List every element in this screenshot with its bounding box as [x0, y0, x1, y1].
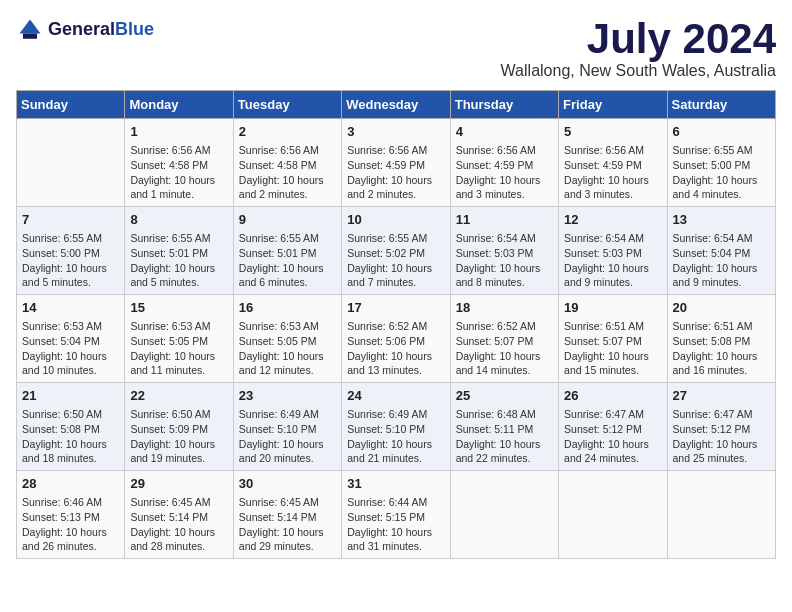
day-number: 16 — [239, 299, 336, 317]
day-info: and 16 minutes. — [673, 363, 770, 378]
calendar-table: SundayMondayTuesdayWednesdayThursdayFrid… — [16, 90, 776, 559]
header-day-tuesday: Tuesday — [233, 91, 341, 119]
calendar-body: 1Sunrise: 6:56 AMSunset: 4:58 PMDaylight… — [17, 119, 776, 559]
day-info: and 21 minutes. — [347, 451, 444, 466]
day-info: Sunset: 5:01 PM — [239, 246, 336, 261]
calendar-week-3: 14Sunrise: 6:53 AMSunset: 5:04 PMDayligh… — [17, 295, 776, 383]
calendar-cell — [667, 470, 775, 558]
day-number: 30 — [239, 475, 336, 493]
header-row: SundayMondayTuesdayWednesdayThursdayFrid… — [17, 91, 776, 119]
day-info: Daylight: 10 hours — [239, 437, 336, 452]
day-info: Sunrise: 6:55 AM — [673, 143, 770, 158]
calendar-cell — [450, 470, 558, 558]
day-info: and 19 minutes. — [130, 451, 227, 466]
day-info: Sunset: 5:06 PM — [347, 334, 444, 349]
day-info: Daylight: 10 hours — [456, 261, 553, 276]
day-info: Sunrise: 6:51 AM — [673, 319, 770, 334]
day-info: Daylight: 10 hours — [564, 349, 661, 364]
header-day-friday: Friday — [559, 91, 667, 119]
day-info: Sunset: 5:07 PM — [456, 334, 553, 349]
calendar-cell: 28Sunrise: 6:46 AMSunset: 5:13 PMDayligh… — [17, 470, 125, 558]
day-info: Sunset: 5:12 PM — [564, 422, 661, 437]
day-info: and 26 minutes. — [22, 539, 119, 554]
day-info: Sunset: 5:08 PM — [22, 422, 119, 437]
day-number: 9 — [239, 211, 336, 229]
day-info: and 1 minute. — [130, 187, 227, 202]
day-info: and 28 minutes. — [130, 539, 227, 554]
day-number: 12 — [564, 211, 661, 229]
day-info: Sunset: 4:59 PM — [564, 158, 661, 173]
day-info: and 24 minutes. — [564, 451, 661, 466]
day-number: 13 — [673, 211, 770, 229]
day-info: Sunrise: 6:44 AM — [347, 495, 444, 510]
calendar-cell: 16Sunrise: 6:53 AMSunset: 5:05 PMDayligh… — [233, 295, 341, 383]
calendar-cell: 31Sunrise: 6:44 AMSunset: 5:15 PMDayligh… — [342, 470, 450, 558]
day-info: and 15 minutes. — [564, 363, 661, 378]
calendar-week-2: 7Sunrise: 6:55 AMSunset: 5:00 PMDaylight… — [17, 207, 776, 295]
day-info: Sunset: 5:09 PM — [130, 422, 227, 437]
day-info: Sunset: 5:05 PM — [239, 334, 336, 349]
day-info: and 14 minutes. — [456, 363, 553, 378]
day-info: Daylight: 10 hours — [347, 349, 444, 364]
day-info: Daylight: 10 hours — [347, 261, 444, 276]
day-info: Sunset: 5:11 PM — [456, 422, 553, 437]
day-info: Daylight: 10 hours — [239, 525, 336, 540]
day-number: 14 — [22, 299, 119, 317]
day-info: and 10 minutes. — [22, 363, 119, 378]
day-info: Sunrise: 6:56 AM — [456, 143, 553, 158]
calendar-cell — [17, 119, 125, 207]
day-info: Sunrise: 6:47 AM — [673, 407, 770, 422]
calendar-cell: 13Sunrise: 6:54 AMSunset: 5:04 PMDayligh… — [667, 207, 775, 295]
day-info: Sunrise: 6:52 AM — [347, 319, 444, 334]
day-info: and 8 minutes. — [456, 275, 553, 290]
calendar-header: SundayMondayTuesdayWednesdayThursdayFrid… — [17, 91, 776, 119]
day-number: 4 — [456, 123, 553, 141]
calendar-cell: 30Sunrise: 6:45 AMSunset: 5:14 PMDayligh… — [233, 470, 341, 558]
day-info: Sunset: 5:15 PM — [347, 510, 444, 525]
header-day-saturday: Saturday — [667, 91, 775, 119]
day-info: Sunset: 5:04 PM — [22, 334, 119, 349]
calendar-week-5: 28Sunrise: 6:46 AMSunset: 5:13 PMDayligh… — [17, 470, 776, 558]
calendar-cell: 24Sunrise: 6:49 AMSunset: 5:10 PMDayligh… — [342, 383, 450, 471]
day-info: Sunrise: 6:55 AM — [347, 231, 444, 246]
day-info: Sunset: 5:01 PM — [130, 246, 227, 261]
day-info: and 9 minutes. — [564, 275, 661, 290]
day-info: and 18 minutes. — [22, 451, 119, 466]
day-info: Sunrise: 6:50 AM — [22, 407, 119, 422]
calendar-cell: 2Sunrise: 6:56 AMSunset: 4:58 PMDaylight… — [233, 119, 341, 207]
day-info: and 3 minutes. — [456, 187, 553, 202]
day-number: 22 — [130, 387, 227, 405]
day-info: Sunset: 4:59 PM — [347, 158, 444, 173]
day-number: 7 — [22, 211, 119, 229]
calendar-cell: 17Sunrise: 6:52 AMSunset: 5:06 PMDayligh… — [342, 295, 450, 383]
calendar-cell: 6Sunrise: 6:55 AMSunset: 5:00 PMDaylight… — [667, 119, 775, 207]
logo-text: GeneralBlue — [48, 20, 154, 40]
day-info: Sunset: 5:08 PM — [673, 334, 770, 349]
calendar-cell: 14Sunrise: 6:53 AMSunset: 5:04 PMDayligh… — [17, 295, 125, 383]
day-info: Sunrise: 6:55 AM — [130, 231, 227, 246]
day-info: Sunrise: 6:55 AM — [22, 231, 119, 246]
calendar-cell: 20Sunrise: 6:51 AMSunset: 5:08 PMDayligh… — [667, 295, 775, 383]
day-info: and 3 minutes. — [564, 187, 661, 202]
day-info: Sunrise: 6:54 AM — [673, 231, 770, 246]
day-info: Sunset: 5:12 PM — [673, 422, 770, 437]
day-info: and 2 minutes. — [239, 187, 336, 202]
day-info: and 31 minutes. — [347, 539, 444, 554]
svg-rect-2 — [23, 34, 37, 39]
day-info: Sunset: 5:13 PM — [22, 510, 119, 525]
day-info: Sunrise: 6:51 AM — [564, 319, 661, 334]
day-info: Sunset: 5:03 PM — [456, 246, 553, 261]
day-info: Sunset: 5:03 PM — [564, 246, 661, 261]
day-info: Sunset: 5:14 PM — [239, 510, 336, 525]
header-day-thursday: Thursday — [450, 91, 558, 119]
day-info: and 5 minutes. — [22, 275, 119, 290]
day-info: Sunrise: 6:48 AM — [456, 407, 553, 422]
day-info: and 29 minutes. — [239, 539, 336, 554]
day-info: Daylight: 10 hours — [22, 437, 119, 452]
calendar-cell: 21Sunrise: 6:50 AMSunset: 5:08 PMDayligh… — [17, 383, 125, 471]
day-info: Sunset: 5:10 PM — [347, 422, 444, 437]
day-info: Sunrise: 6:45 AM — [130, 495, 227, 510]
day-number: 8 — [130, 211, 227, 229]
header-day-wednesday: Wednesday — [342, 91, 450, 119]
calendar-cell: 25Sunrise: 6:48 AMSunset: 5:11 PMDayligh… — [450, 383, 558, 471]
